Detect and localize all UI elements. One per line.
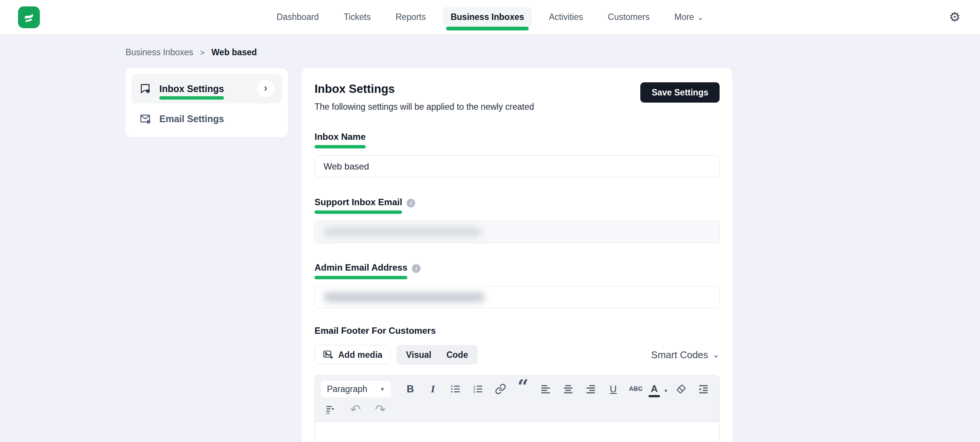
editor-content-area[interactable] — [315, 421, 720, 442]
align-center-icon — [563, 383, 574, 395]
topbar: Dashboard Tickets Reports Business Inbox… — [0, 0, 980, 35]
info-icon[interactable]: i — [407, 199, 415, 207]
tab-code[interactable]: Code — [439, 345, 476, 364]
bold-button[interactable]: B — [401, 381, 420, 397]
bullet-list-icon — [450, 383, 461, 395]
active-nav-underline — [446, 27, 529, 30]
italic-button[interactable]: I — [423, 381, 443, 397]
nav-label: Customers — [608, 12, 650, 22]
nav-label: Activities — [549, 12, 583, 22]
tab-visual[interactable]: Visual — [399, 345, 439, 364]
nav-item-customers[interactable]: Customers — [600, 7, 657, 27]
redacted-email-value — [323, 227, 481, 237]
underline-button[interactable]: U — [603, 381, 623, 397]
inbox-name-field-group: Inbox Name — [315, 132, 720, 177]
blockquote-button[interactable]: “ — [513, 381, 533, 397]
link-icon — [495, 383, 506, 395]
nav-item-business-inboxes[interactable]: Business Inboxes — [443, 7, 532, 27]
chevron-right-icon: › — [257, 80, 274, 97]
add-media-label: Add media — [338, 350, 383, 360]
text-color-button[interactable]: A ▼ — [649, 381, 668, 397]
align-left-icon — [540, 383, 551, 395]
save-settings-button[interactable]: Save Settings — [640, 82, 720, 103]
nav-item-tickets[interactable]: Tickets — [336, 7, 379, 27]
support-email-input[interactable] — [315, 221, 720, 243]
sidebar-item-inbox-settings[interactable]: Inbox Settings › — [132, 74, 282, 103]
clear-formatting-button[interactable] — [671, 381, 690, 397]
card-header: Inbox Settings The following settings wi… — [315, 82, 720, 112]
page-title: Inbox Settings — [315, 82, 534, 96]
support-email-field-group: Support Inbox Email i — [315, 197, 720, 243]
more-tag-icon — [325, 404, 336, 415]
paragraph-format-label: Paragraph — [327, 384, 367, 394]
card-header-text: Inbox Settings The following settings wi… — [315, 82, 534, 112]
bullet-list-button[interactable] — [445, 381, 465, 397]
redo-icon: ↷ — [375, 404, 386, 415]
main-nav: Dashboard Tickets Reports Business Inbox… — [269, 7, 711, 27]
nav-item-more[interactable]: More ⌄ — [667, 7, 711, 27]
chevron-down-icon: ⌄ — [697, 16, 703, 19]
numbered-list-button[interactable]: 123 — [468, 381, 488, 397]
paragraph-format-select[interactable]: Paragraph ▼ — [321, 381, 391, 397]
nav-label: Dashboard — [277, 12, 319, 22]
nav-item-activities[interactable]: Activities — [541, 7, 591, 27]
add-media-button[interactable]: Add media — [315, 345, 390, 364]
label-underline — [315, 276, 407, 279]
page-subtitle: The following settings will be applied t… — [315, 102, 534, 112]
breadcrumb-current: Web based — [212, 47, 257, 57]
eraser-icon — [675, 383, 687, 395]
rich-text-editor: Paragraph ▼ B I — [315, 375, 720, 442]
breadcrumb-parent-link[interactable]: Business Inboxes — [126, 47, 193, 57]
flag-logo-icon — [21, 10, 37, 25]
active-item-underline — [159, 96, 224, 100]
support-email-label: Support Inbox Email — [315, 197, 402, 207]
undo-icon: ↶ — [350, 404, 361, 415]
underline-icon: U — [610, 383, 617, 395]
email-footer-section: Email Footer For Customers Add media Vis… — [315, 326, 720, 442]
settings-sidebar: Inbox Settings › — [126, 68, 288, 137]
sidebar-item-email-settings[interactable]: Email Settings — [132, 107, 282, 131]
redacted-email-value — [323, 293, 485, 302]
bold-icon: B — [407, 383, 414, 395]
more-tag-button[interactable] — [321, 401, 340, 418]
admin-email-field-group: Admin Email Address i — [315, 262, 720, 308]
add-media-icon — [322, 349, 334, 361]
strikethrough-button[interactable]: ABC — [626, 381, 646, 397]
nav-item-reports[interactable]: Reports — [388, 7, 434, 27]
label-underline — [315, 210, 402, 214]
link-button[interactable] — [491, 381, 510, 397]
editor-toolbar: Paragraph ▼ B I — [315, 375, 720, 421]
envelope-gear-icon — [139, 112, 152, 125]
smart-codes-dropdown[interactable]: Smart Codes ⌄ — [651, 349, 720, 361]
admin-email-label: Admin Email Address — [315, 262, 407, 273]
redo-button[interactable]: ↷ — [371, 401, 390, 418]
info-icon[interactable]: i — [412, 264, 420, 273]
sidebar-item-label: Email Settings — [159, 113, 224, 124]
admin-email-label-wrap: Admin Email Address — [315, 262, 407, 279]
settings-gear-icon[interactable]: ⚙ — [949, 10, 961, 24]
breadcrumb: Business Inboxes > Web based — [126, 47, 980, 57]
text-color-letter: A — [651, 384, 658, 394]
sidebar-item-label: Inbox Settings — [159, 83, 224, 94]
inbox-settings-card: Inbox Settings The following settings wi… — [302, 68, 732, 442]
admin-email-input[interactable] — [315, 286, 720, 308]
undo-button[interactable]: ↶ — [346, 401, 365, 418]
indent-icon — [698, 383, 709, 395]
nav-label: More — [675, 12, 694, 22]
editor-mode-tabs: Visual Code — [396, 345, 478, 364]
align-left-button[interactable] — [536, 381, 555, 397]
text-color-swatch — [649, 395, 660, 397]
text-color-icon: A — [649, 384, 660, 397]
strikethrough-icon: ABC — [629, 386, 643, 393]
indent-button[interactable] — [694, 381, 713, 397]
nav-item-dashboard[interactable]: Dashboard — [269, 7, 326, 27]
inbox-name-input[interactable] — [315, 155, 720, 177]
caret-down-icon: ▼ — [380, 386, 385, 392]
align-center-button[interactable] — [558, 381, 578, 397]
app-logo[interactable] — [18, 6, 40, 28]
align-right-button[interactable] — [581, 381, 600, 397]
inbox-gear-icon — [139, 82, 152, 95]
email-footer-label: Email Footer For Customers — [315, 326, 436, 335]
support-email-label-wrap: Support Inbox Email — [315, 197, 402, 214]
italic-icon: I — [431, 383, 435, 395]
